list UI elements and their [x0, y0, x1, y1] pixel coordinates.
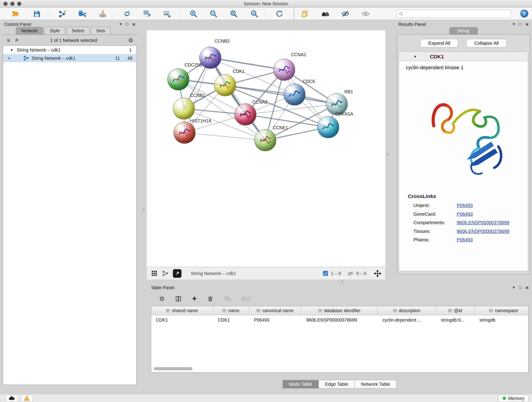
pan-crosshair-icon[interactable]: [374, 270, 381, 277]
tab-node-table[interactable]: Node Table: [282, 380, 319, 389]
column-header-canonical-name[interactable]: canonical name: [249, 306, 302, 315]
zoom-in-button[interactable]: [189, 9, 198, 19]
network-node-ccnb1[interactable]: [173, 98, 195, 120]
close-panel-icon[interactable]: ×: [526, 22, 529, 27]
scrollbar-thumb[interactable]: [154, 367, 192, 370]
expand-all-button[interactable]: Expand All: [420, 39, 458, 48]
function-builder-icon: f(x): [242, 295, 250, 302]
delete-column-trash-icon[interactable]: [207, 295, 214, 302]
bottom-splitter-handle[interactable]: [341, 281, 343, 283]
tab-network[interactable]: Network: [16, 27, 43, 35]
column-header--id[interactable]: @id: [436, 306, 475, 315]
tab-edge-table[interactable]: Edge Table: [318, 380, 355, 389]
crosslink-link[interactable]: 9606.ENSP00000378699: [457, 229, 510, 234]
network-node-label-cdk1: CDK1: [233, 69, 245, 74]
memory-button[interactable]: Memory: [498, 395, 529, 402]
left-splitter-handle[interactable]: [142, 208, 145, 211]
right-splitter-handle[interactable]: [387, 153, 389, 156]
collapse-panel-icon[interactable]: ▾: [513, 22, 515, 26]
column-header-label: shared name: [172, 308, 198, 313]
network-node-cdc25b[interactable]: [167, 69, 190, 90]
network-node-cdkn1a[interactable]: [317, 116, 339, 138]
column-header-namespace[interactable]: namespace: [475, 306, 532, 315]
import-table-button[interactable]: [98, 9, 108, 19]
float-panel-icon[interactable]: □: [519, 22, 521, 26]
import-network-database-button[interactable]: [77, 9, 87, 19]
zoom-fit-button[interactable]: [229, 9, 239, 19]
tab-sets[interactable]: Sets: [91, 27, 111, 35]
selected-count: 1 – 0: [331, 271, 341, 276]
tab-style[interactable]: Style: [44, 27, 65, 35]
birdseye-view-icon[interactable]: [151, 270, 158, 277]
network-edge-RB1-CCNA2[interactable]: [245, 104, 337, 115]
cloud-status-button[interactable]: [6, 395, 18, 402]
crosslink-link[interactable]: P06493: [457, 237, 473, 242]
search-input[interactable]: [404, 11, 508, 17]
home-button[interactable]: [321, 9, 330, 19]
collapse-panel-icon[interactable]: ▾: [120, 22, 122, 26]
column-header-shared-name[interactable]: shared name: [151, 306, 213, 315]
current-network-bullet: [8, 57, 11, 59]
close-panel-icon[interactable]: ×: [133, 22, 135, 27]
collapse-panel-icon[interactable]: ▾: [513, 285, 515, 289]
gene-header[interactable]: ▼ CDK1: [399, 52, 528, 61]
network-view-title: String Network – cdk1: [191, 271, 236, 276]
node-table: shared namenamecanonical namedatabase id…: [151, 306, 529, 373]
string-view-icon[interactable]: [162, 270, 168, 276]
collapse-all-button[interactable]: Collapse All: [467, 39, 507, 48]
network-row-selected[interactable]: String Network – cdk1 11 48: [3, 54, 137, 62]
network-node-hist1h1a[interactable]: [174, 122, 196, 144]
selected-checkbox-icon[interactable]: [323, 271, 328, 276]
zoom-out-button[interactable]: [209, 9, 218, 19]
open-session-button[interactable]: [11, 9, 20, 19]
show-all-button[interactable]: [361, 9, 370, 19]
collapse-all-icon[interactable]: [6, 38, 11, 43]
network-node-ccna2[interactable]: [234, 104, 256, 126]
network-from-table-button[interactable]: [142, 9, 152, 19]
save-session-button[interactable]: [32, 9, 42, 19]
table-settings-gear-icon[interactable]: ⚙: [159, 295, 165, 303]
show-columns-icon[interactable]: [175, 295, 182, 302]
network-node-ccna1[interactable]: [273, 59, 295, 81]
crosslink-link[interactable]: 9606.ENSP00000378699: [457, 220, 510, 225]
network-node-cdk1[interactable]: [214, 74, 236, 96]
tab-select[interactable]: Select: [66, 27, 89, 35]
float-panel-icon[interactable]: □: [126, 22, 128, 26]
network-node-ccnb2[interactable]: [199, 47, 221, 69]
column-header-database-identifier[interactable]: database identifier: [302, 306, 378, 315]
warnings-button[interactable]: [21, 395, 33, 402]
column-header-name[interactable]: name: [213, 306, 249, 315]
close-panel-icon[interactable]: ×: [526, 285, 529, 290]
help-button[interactable]: ?: [520, 10, 528, 18]
import-network-file-button[interactable]: [58, 9, 67, 19]
network-collection-row[interactable]: ▼ String Network – cdk1 1: [3, 46, 137, 54]
hide-selected-button[interactable]: [341, 9, 350, 19]
create-column-icon[interactable]: +: [192, 295, 196, 303]
network-edge-CDK1-RB1[interactable]: [225, 85, 337, 104]
network-node-cdc6[interactable]: [284, 84, 306, 106]
crosslink-link[interactable]: P06493: [457, 211, 473, 217]
apply-layout-button[interactable]: [275, 9, 284, 19]
tab-string[interactable]: String: [449, 27, 478, 35]
network-node-ccne1[interactable]: [254, 129, 276, 151]
copy-button[interactable]: [300, 9, 310, 19]
table-row[interactable]: CDK1CDK1P064939606.ENSP00000378699cyclin…: [151, 315, 528, 324]
hidden-eye-slash-icon[interactable]: [347, 271, 354, 276]
network-edge-HIST1H1A-CCNE1[interactable]: [185, 133, 266, 140]
crosslink-link[interactable]: P06493: [457, 203, 473, 208]
export-image-button[interactable]: [162, 9, 172, 19]
horizontal-scrollbar[interactable]: [154, 367, 526, 370]
network-canvas[interactable]: CCNB2CCNA1CDC25BCDK1CDC6RB1CCNB1CCNA2CDK…: [147, 30, 385, 267]
column-header-description[interactable]: description: [378, 306, 436, 315]
gene-collapse-caret-icon[interactable]: ▼: [413, 55, 417, 58]
zoom-selected-button[interactable]: [249, 9, 259, 19]
float-panel-icon[interactable]: □: [519, 285, 521, 289]
column-header-label: canonical name: [262, 308, 294, 313]
tree-caret-icon[interactable]: ▼: [10, 48, 13, 52]
open-in-browser-button[interactable]: [173, 269, 182, 278]
tab-network-table[interactable]: Network Table: [355, 380, 397, 389]
expand-all-icon[interactable]: [14, 38, 19, 43]
gear-icon[interactable]: ⚙: [128, 37, 133, 44]
network-node-label-ccnb1: CCNB1: [190, 93, 205, 98]
new-network-button[interactable]: [122, 9, 132, 19]
